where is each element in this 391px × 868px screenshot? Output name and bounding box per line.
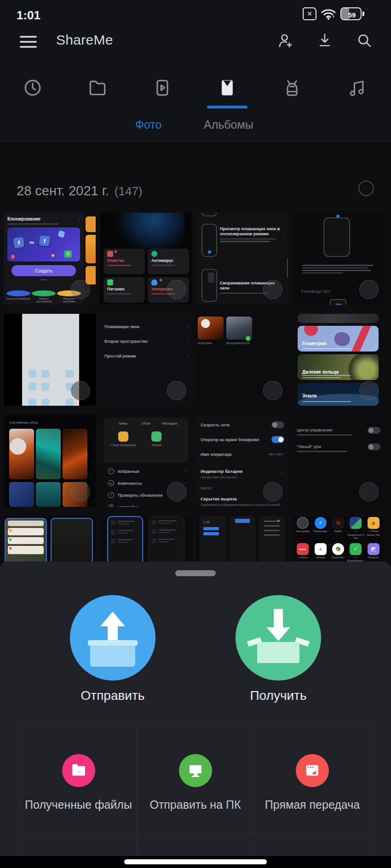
send-button[interactable]	[70, 595, 155, 681]
received-files-option[interactable]: ← Полученные файлы	[20, 726, 137, 833]
status-bar: 1:01 ✕ 59	[0, 0, 391, 28]
toggle-off	[368, 427, 380, 434]
tab-music-icon[interactable]	[346, 77, 368, 99]
invite-user-button[interactable]	[277, 30, 293, 51]
photo-grid-row: Клонирование› f f ∞ ✆ Создать • • • Очис…	[0, 213, 391, 305]
photo-thumbnail[interactable]: Настройки ⚡Messenger NNetflix ▼ Geekbenc…	[292, 516, 384, 562]
battery-percent: 59	[341, 8, 362, 20]
active-tab-underline	[207, 106, 247, 108]
decorative-line	[7, 223, 58, 225]
thumbnail-select-circle[interactable]	[263, 381, 282, 400]
decorative-line	[220, 238, 283, 242]
photo-thumbnail[interactable]: 2:36 Экран блокировки Всплывающие уведом…	[196, 516, 288, 562]
create-clone-button: Создать	[12, 265, 75, 276]
photo-thumbnail[interactable]: Темы Обои Мелодии Стиль блокировки Значк…	[100, 415, 192, 507]
battery-icon: 59	[340, 7, 364, 20]
photo-thumbnail[interactable]: Центр управления "Умный" дом	[292, 415, 384, 507]
option-label: Прямая передача	[265, 798, 360, 811]
tab-images-icon[interactable]	[216, 77, 238, 99]
thumbnail-select-circle[interactable]	[71, 381, 90, 400]
page-title: ShareMe	[56, 32, 113, 48]
send-label: Отправить	[70, 688, 155, 703]
photo-count: (147)	[115, 184, 143, 198]
tab-albums[interactable]: Альбомы	[204, 118, 253, 131]
thumbnail-select-circle[interactable]	[71, 280, 90, 299]
photo-thumbnail[interactable]: Геометрия Далекие кольца Земля	[292, 314, 384, 406]
status-icons: ✕ 59	[303, 7, 364, 20]
photo-thumbnail[interactable]: Просмотр плавающих окон в полноэкранном …	[196, 213, 288, 305]
toggle-off	[271, 421, 284, 428]
arrow-up-icon	[100, 612, 125, 626]
transfer-options-grid: ← Полученные файлы Отправить на ПК Пряма…	[20, 725, 371, 856]
thumbnail-select-circle[interactable]	[359, 482, 379, 501]
photo-grid-row: Плавающие окна› Второе пространство› Про…	[0, 314, 391, 406]
send-to-pc-icon	[179, 754, 212, 787]
thumbnail-select-circle[interactable]	[263, 280, 282, 299]
tab-videos-icon[interactable]	[151, 77, 173, 99]
toggle-off	[368, 443, 380, 450]
app-header: ShareMe	[0, 28, 391, 62]
photo-thumbnail[interactable]: MIUI Android	[100, 516, 192, 562]
direct-transfer-option[interactable]: Прямая передача	[254, 726, 371, 833]
thumbnail-select-circle[interactable]	[167, 381, 186, 400]
menu-button[interactable]	[20, 36, 37, 51]
arrow-down-icon	[274, 609, 283, 628]
thumbnail-select-circle[interactable]	[71, 482, 90, 501]
actions-bottom-sheet: Отправить Получить ← Полученные файлы От…	[0, 562, 391, 868]
photo-grid-row: G MIUI Android 2:36 Эк	[0, 516, 391, 562]
photo-thumbnail[interactable]: ✓ Классика Безграничность	[196, 314, 288, 406]
gesture-bar-area	[0, 856, 391, 868]
photo-thumbnail[interactable]: Плавающие окна› Второе пространство› Про…	[100, 314, 192, 406]
clone-banner: f f ∞ ✆	[7, 227, 80, 261]
photo-thumbnail[interactable]: Очистка Антивирус Питание Ускорение	[100, 213, 192, 305]
thumbnail-select-circle[interactable]	[359, 381, 379, 400]
photo-thumbnail[interactable]: G	[4, 516, 96, 562]
decorative-glow	[116, 213, 184, 252]
date-group-header: 28 сент. 2021 г.(147)	[0, 141, 391, 213]
wallpaper-thumb	[198, 317, 224, 340]
receive-button[interactable]	[236, 595, 321, 681]
sheet-drag-handle[interactable]	[175, 570, 216, 576]
decorative-line	[302, 263, 377, 273]
empty-option-cell	[254, 833, 371, 856]
home-indicator[interactable]	[124, 859, 267, 864]
empty-option-cell	[20, 833, 137, 856]
send-to-pc-option[interactable]: Отправить на ПК	[137, 726, 254, 833]
receive-label: Получить	[236, 688, 321, 703]
date-label: 28 сент. 2021 г.(147)	[17, 183, 143, 199]
no-sim-icon: ✕	[303, 7, 316, 20]
shareme-app-screen: 1:01 ✕ 59 ShareMe	[0, 0, 391, 868]
received-files-icon: ←	[62, 754, 95, 787]
tab-files-icon[interactable]	[86, 77, 109, 99]
wifi-icon	[321, 7, 336, 20]
photo-thumbnail[interactable]: Системные обои	[4, 415, 96, 507]
option-label: Полученные файлы	[25, 798, 132, 811]
thumbnail-select-circle[interactable]	[263, 482, 282, 501]
empty-option-cell	[137, 833, 254, 856]
photo-grid-row: Системные обои Темы Обои Мелодии Стиль б…	[0, 415, 391, 507]
toggle-on	[271, 436, 284, 443]
photo-thumbnail[interactable]	[4, 314, 96, 406]
media-type-tabs	[0, 62, 391, 113]
thumbnail-select-circle[interactable]	[167, 482, 186, 501]
thumbnail-select-circle[interactable]	[359, 280, 379, 299]
tab-history-icon[interactable]	[22, 77, 44, 99]
tab-apps-icon[interactable]	[281, 77, 303, 99]
search-button[interactable]	[356, 30, 373, 51]
option-label: Отправить на ПК	[150, 798, 241, 811]
tab-photo[interactable]: Фото	[135, 118, 161, 131]
thumbnail-select-circle[interactable]	[167, 280, 186, 299]
photo-thumbnail[interactable]: Клонирование› f f ∞ ✆ Создать • • • Очис…	[4, 213, 96, 305]
select-group-circle[interactable]	[358, 181, 374, 196]
clock-time: 1:01	[17, 8, 40, 23]
photo-albums-tabs: Фото Альбомы	[0, 113, 391, 141]
download-button[interactable]	[316, 30, 333, 51]
photo-thumbnail[interactable]: РУКОВОДСТВО	[292, 213, 384, 305]
direct-transfer-icon	[296, 754, 329, 787]
themes-card: Темы Обои Мелодии Стиль блокировки Значк…	[104, 418, 188, 463]
photo-thumbnail[interactable]: Скорость сети Оператор на экране блокиро…	[196, 415, 288, 507]
